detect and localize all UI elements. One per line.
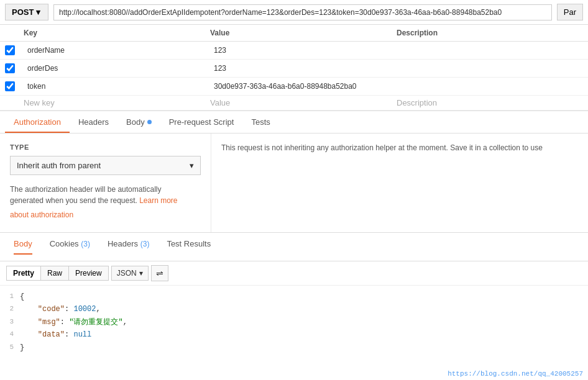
description-header: Description (397, 29, 583, 37)
tab-authorization[interactable]: Authorization (5, 111, 70, 133)
table-row: token 30d0e937-363a-46aa-b6a0-88948ba52b… (0, 78, 588, 96)
row1-value: 123 (210, 44, 397, 57)
json-format-select[interactable]: JSON ▾ (111, 266, 149, 281)
code-line-4: 4 "data": null (0, 328, 588, 341)
row2-checkbox[interactable] (5, 63, 15, 73)
headers-badge: (3) (140, 240, 150, 248)
line-num-4: 4 (0, 328, 20, 340)
row3-desc (397, 84, 583, 88)
row2-desc (397, 66, 583, 70)
request-tabs-bar: Authorization Headers Body Pre-request S… (0, 111, 588, 133)
about-authorization-link[interactable]: about authorization (10, 210, 73, 219)
auth-right-panel: This request is not inheriting any autho… (211, 133, 588, 232)
new-key-placeholder: New key (24, 98, 210, 107)
params-header: Key Value Description (0, 25, 588, 42)
code-area: 1 { 2 "code": 10002, 3 "msg": "请勿重复提交", … (0, 286, 588, 380)
row2-value: 123 (210, 62, 397, 75)
method-chevron-icon: ▾ (36, 7, 40, 17)
value-header: Value (210, 29, 397, 37)
line-num-3: 3 (0, 316, 20, 328)
auth-right-text: This request is not inheriting any autho… (221, 143, 543, 152)
code-line-2: 2 "code": 10002, (0, 303, 588, 315)
row3-key: token (24, 80, 210, 93)
response-tab-body[interactable]: Body (5, 233, 41, 261)
pretty-button[interactable]: Pretty (7, 266, 41, 280)
body-dot-indicator (147, 120, 152, 124)
auth-type-select[interactable]: Inherit auth from parent ▾ (10, 156, 201, 175)
line-num-1: 1 (0, 291, 20, 302)
tab-pre-request-script[interactable]: Pre-request Script (160, 111, 243, 133)
new-value-placeholder: Value (210, 98, 397, 107)
json-label: JSON (117, 269, 137, 278)
auth-select-value: Inherit auth from parent (17, 161, 101, 170)
raw-button[interactable]: Raw (41, 266, 69, 280)
response-section: Pretty Raw Preview JSON ▾ ⇌ 1 { 2 "code"… (0, 261, 588, 380)
url-input[interactable] (53, 4, 552, 20)
line-content-3: "msg": "请勿重复提交", (20, 316, 588, 328)
code-line-5: 5 } (0, 342, 588, 354)
row3-checkbox[interactable] (5, 81, 15, 91)
line-content-5: } (20, 342, 588, 354)
tab-body[interactable]: Body (117, 111, 160, 133)
line-num-2: 2 (0, 303, 20, 315)
wrap-button[interactable]: ⇌ (151, 265, 168, 281)
url-bar: POST ▾ Par (0, 0, 588, 25)
new-param-row: New key Value Description (0, 96, 588, 111)
line-content-1: { (20, 291, 588, 303)
table-row: orderName 123 (0, 42, 588, 60)
response-tab-headers[interactable]: Headers (3) (99, 233, 158, 261)
params-table: Key Value Description orderName 123 orde… (0, 25, 588, 111)
line-content-2: "code": 10002, (20, 303, 588, 315)
code-line-3: 3 "msg": "请勿重复提交", (0, 316, 588, 328)
format-group: Pretty Raw Preview (6, 266, 109, 281)
auth-left-panel: TYPE Inherit auth from parent ▾ The auth… (0, 133, 211, 232)
auth-description: The authorization header will be automat… (10, 184, 201, 206)
line-content-4: "data": null (20, 328, 588, 341)
table-row: orderDes 123 (0, 60, 588, 78)
method-button[interactable]: POST ▾ (5, 4, 48, 20)
learn-more-link[interactable]: Learn more (139, 196, 177, 205)
line-num-5: 5 (0, 342, 20, 353)
json-chevron-icon: ▾ (139, 269, 143, 278)
tab-headers[interactable]: Headers (70, 111, 117, 133)
type-label: TYPE (10, 143, 201, 151)
key-header: Key (24, 29, 210, 37)
watermark: https://blog.csdn.net/qq_42005257 (448, 370, 583, 378)
row2-key: orderDes (24, 62, 210, 75)
tab-tests[interactable]: Tests (242, 111, 278, 133)
cookies-badge: (3) (81, 240, 90, 248)
response-toolbar: Pretty Raw Preview JSON ▾ ⇌ (0, 261, 588, 286)
wrap-icon: ⇌ (156, 268, 163, 278)
row1-checkbox[interactable] (5, 45, 15, 55)
row1-key: orderName (24, 44, 210, 57)
row1-desc (397, 48, 583, 52)
params-button[interactable]: Par (557, 4, 583, 20)
preview-button[interactable]: Preview (69, 266, 108, 280)
auth-select-chevron-icon: ▾ (190, 161, 194, 170)
auth-panel: TYPE Inherit auth from parent ▾ The auth… (0, 133, 588, 233)
response-tab-test-results[interactable]: Test Results (158, 233, 219, 261)
code-line-1: 1 { (0, 291, 588, 303)
response-tab-cookies[interactable]: Cookies (3) (41, 233, 99, 261)
response-tabs-bar: Body Cookies (3) Headers (3) Test Result… (0, 233, 588, 261)
method-label: POST (12, 7, 34, 17)
new-desc-placeholder: Description (397, 98, 583, 107)
row3-value: 30d0e937-363a-46aa-b6a0-88948ba52ba0 (210, 80, 397, 93)
